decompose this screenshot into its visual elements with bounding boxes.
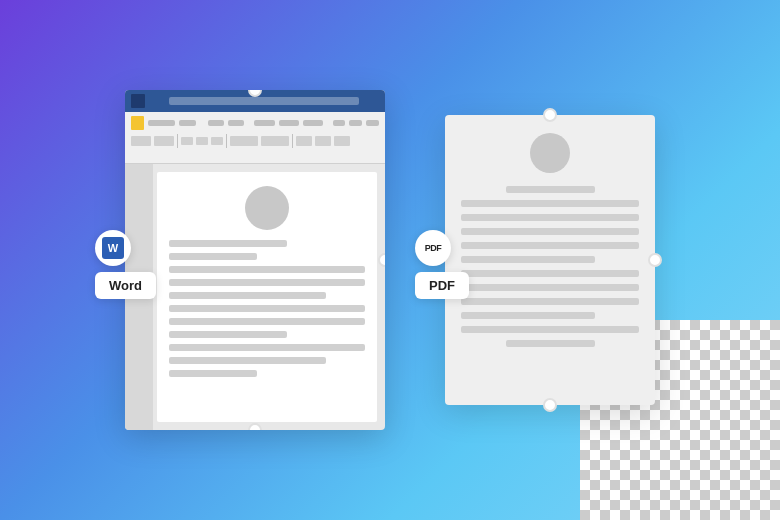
title-square-icon xyxy=(131,94,145,108)
pdf-line-1 xyxy=(461,200,639,207)
word-icon-text: W xyxy=(108,242,118,254)
ribbon-bar-5 xyxy=(254,120,274,126)
pdf-section: PDF PDF xyxy=(445,115,655,405)
pdf-line-9 xyxy=(461,312,595,319)
word-line-8 xyxy=(169,357,326,364)
ribbon-bar-9 xyxy=(349,120,362,126)
pdf-line-10 xyxy=(461,326,639,333)
ribbon-bar-1 xyxy=(148,120,175,126)
word-format-badge: W xyxy=(95,230,131,266)
ribbon-bar-3 xyxy=(208,120,224,126)
ribbon-divider-1 xyxy=(177,134,178,148)
pdf-line-name xyxy=(506,186,595,193)
word-line-1 xyxy=(169,266,365,273)
pdf-line-2 xyxy=(461,214,639,221)
word-line-2 xyxy=(169,279,365,286)
ribbon-row2 xyxy=(131,134,379,148)
pdf-badge-container: PDF PDF xyxy=(415,230,469,299)
word-line-7 xyxy=(169,344,365,351)
word-line-4 xyxy=(169,305,365,312)
ribbon-btn-5 xyxy=(211,137,223,145)
word-page-avatar xyxy=(245,186,289,230)
pdf-line-6 xyxy=(461,270,639,277)
ribbon-divider-3 xyxy=(292,134,293,148)
pdf-page-avatar xyxy=(530,133,570,173)
word-line-name xyxy=(169,240,287,247)
word-badge-container: W Word xyxy=(95,230,156,299)
ribbon-btn-2 xyxy=(154,136,174,146)
word-section: W Word xyxy=(125,90,385,430)
word-ribbon xyxy=(125,112,385,164)
pdf-format-badge: PDF xyxy=(415,230,451,266)
main-container: W Word xyxy=(0,0,780,520)
ribbon-btn-7 xyxy=(261,136,289,146)
ribbon-bar-2 xyxy=(179,120,195,126)
word-line-9 xyxy=(169,370,257,377)
pdf-document xyxy=(445,115,655,405)
connector-dot-bottom-word xyxy=(248,423,262,430)
ribbon-bar-10 xyxy=(366,120,379,126)
ribbon-bar-4 xyxy=(228,120,244,126)
pdf-line-8 xyxy=(461,298,639,305)
ribbon-yellow-icon xyxy=(131,116,144,130)
ribbon-row1 xyxy=(131,116,379,130)
connector-dot-bottom-pdf xyxy=(543,398,557,412)
connector-dot-top-pdf xyxy=(543,108,557,122)
ribbon-btn-4 xyxy=(196,137,208,145)
ribbon-bar-7 xyxy=(303,120,323,126)
pdf-icon-text: PDF xyxy=(425,243,442,253)
connector-dot-right-pdf xyxy=(648,253,662,267)
ribbon-btn-3 xyxy=(181,137,193,145)
ribbon-btn-9 xyxy=(315,136,331,146)
word-line-6 xyxy=(169,331,287,338)
ribbon-divider-2 xyxy=(226,134,227,148)
ribbon-btn-1 xyxy=(131,136,151,146)
ribbon-bar-8 xyxy=(333,120,346,126)
ribbon-btn-8 xyxy=(296,136,312,146)
ribbon-btn-6 xyxy=(230,136,258,146)
connector-dot-right-word xyxy=(378,253,385,267)
pdf-line-7 xyxy=(461,284,639,291)
word-page-content xyxy=(157,172,377,422)
title-bar-placeholder xyxy=(169,97,359,105)
pdf-line-5 xyxy=(461,256,595,263)
word-format-label: Word xyxy=(95,272,156,299)
word-line-subtitle xyxy=(169,253,257,260)
word-icon: W xyxy=(102,237,124,259)
word-line-5 xyxy=(169,318,365,325)
pdf-line-3 xyxy=(461,228,639,235)
ribbon-btn-10 xyxy=(334,136,350,146)
ribbon-bar-6 xyxy=(279,120,299,126)
word-window xyxy=(125,90,385,430)
word-line-3 xyxy=(169,292,326,299)
pdf-line-11 xyxy=(506,340,595,347)
pdf-format-label: PDF xyxy=(415,272,469,299)
pdf-line-4 xyxy=(461,242,639,249)
